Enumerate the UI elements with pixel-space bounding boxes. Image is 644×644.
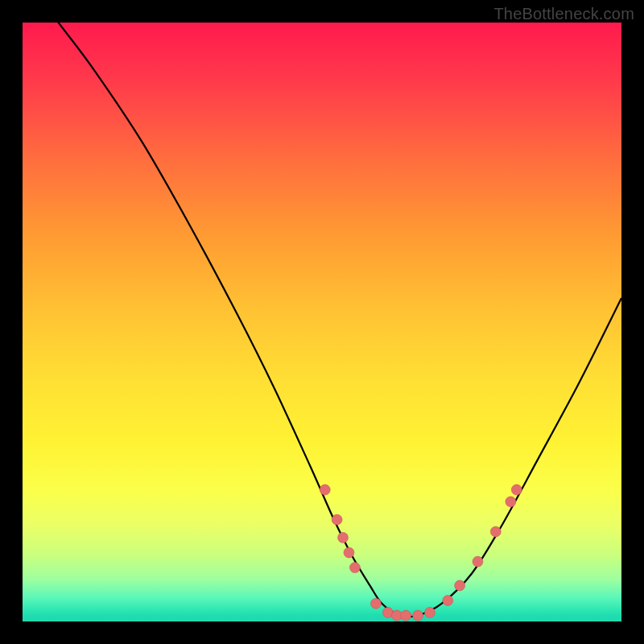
marker-dot bbox=[473, 556, 483, 567]
marker-dot bbox=[511, 485, 522, 495]
marker-dot bbox=[370, 598, 381, 609]
marker-dot bbox=[424, 607, 435, 617]
plot-area bbox=[23, 23, 621, 621]
marker-dot bbox=[490, 526, 501, 537]
marker-dot bbox=[344, 547, 354, 558]
marker-dot bbox=[338, 532, 349, 543]
marker-dot bbox=[455, 580, 465, 591]
marker-dots bbox=[320, 485, 522, 621]
marker-dot bbox=[320, 485, 330, 495]
marker-dot bbox=[506, 497, 516, 507]
curve-svg bbox=[23, 23, 621, 621]
marker-dot bbox=[332, 514, 342, 525]
marker-dot bbox=[349, 563, 360, 573]
marker-dot bbox=[443, 595, 453, 605]
watermark-text: TheBottleneck.com bbox=[493, 5, 634, 23]
chart-container: TheBottleneck.com bbox=[0, 0, 644, 644]
marker-dot bbox=[413, 610, 423, 621]
marker-dot bbox=[401, 610, 411, 621]
bottleneck-curve bbox=[23, 23, 621, 617]
